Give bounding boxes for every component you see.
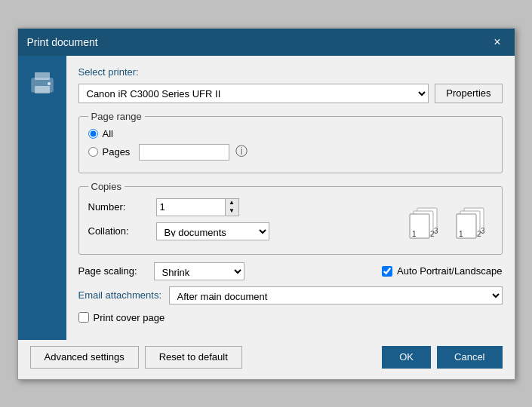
- all-radio-row: All: [88, 128, 493, 139]
- scaling-row: Page scaling: ShrinkNoneFitActual Size A…: [78, 262, 503, 280]
- print-dialog: Print document × Select printer:: [17, 28, 515, 380]
- sidebar: [18, 56, 66, 340]
- advanced-settings-button[interactable]: Advanced settings: [30, 346, 139, 369]
- pages-label: Pages: [103, 146, 131, 158]
- select-printer-label-row: Select printer:: [78, 66, 503, 78]
- info-icon: ⓘ: [235, 144, 248, 160]
- printer-select-wrapper: Canon iR C3000 Series UFR IIMicrosoft Pr…: [78, 84, 429, 103]
- svg-point-3: [48, 82, 51, 85]
- pages-radio-row: Pages ⓘ: [88, 144, 493, 161]
- svg-text:3: 3: [434, 227, 438, 235]
- spin-down-button[interactable]: ▼: [225, 207, 238, 216]
- uncollated-icon: 3 2 1: [454, 205, 493, 240]
- scaling-label: Page scaling:: [78, 265, 154, 277]
- collation-select[interactable]: By documentsBy pages: [156, 222, 269, 240]
- svg-rect-1: [35, 72, 50, 80]
- cover-row: Print cover page: [78, 312, 503, 323]
- printer-icon: [29, 69, 56, 102]
- dialog-body: Select printer: Canon iR C3000 Series UF…: [18, 56, 515, 340]
- email-row: Email attachments: After main documentBe…: [78, 286, 503, 304]
- printer-label: Select printer:: [78, 66, 139, 78]
- reset-to-default-button[interactable]: Reset to default: [145, 346, 242, 369]
- email-label: Email attachments:: [78, 289, 169, 301]
- collation-label: Collation:: [88, 225, 156, 237]
- dialog-title: Print document: [27, 36, 98, 48]
- svg-text:3: 3: [481, 227, 485, 235]
- spin-up-button[interactable]: ▲: [225, 199, 238, 207]
- auto-portrait-checkbox[interactable]: [382, 266, 392, 277]
- ok-button[interactable]: OK: [382, 346, 431, 369]
- page-range-group: Page range All Pages ⓘ: [78, 111, 503, 173]
- svg-text:2: 2: [477, 230, 481, 238]
- auto-portrait-label: Auto Portrait/Landscape: [397, 265, 502, 277]
- svg-text:1: 1: [412, 230, 417, 238]
- printer-row: Canon iR C3000 Series UFR IIMicrosoft Pr…: [78, 84, 503, 103]
- spin-buttons: ▲ ▼: [225, 199, 238, 216]
- page-range-legend: Page range: [88, 111, 145, 122]
- all-label: All: [103, 128, 113, 139]
- number-label: Number:: [88, 201, 156, 213]
- scaling-select[interactable]: ShrinkNoneFitActual Size: [154, 262, 244, 280]
- all-radio[interactable]: [88, 129, 98, 139]
- pages-input[interactable]: [139, 144, 229, 161]
- title-bar: Print document ×: [18, 29, 515, 56]
- number-input-wrapper: 1 ▲ ▼: [156, 198, 239, 216]
- copies-group: Copies Number: 1 ▲ ▼: [78, 181, 503, 255]
- main-content: Select printer: Canon iR C3000 Series UF…: [66, 56, 515, 340]
- button-row: Advanced settings Reset to default OK Ca…: [18, 340, 515, 379]
- svg-rect-2: [35, 86, 50, 93]
- cancel-button[interactable]: Cancel: [437, 346, 502, 369]
- properties-button[interactable]: Properties: [435, 84, 502, 103]
- printer-select[interactable]: Canon iR C3000 Series UFR IIMicrosoft Pr…: [78, 84, 429, 103]
- collation-icons: 3 2 1: [407, 205, 493, 240]
- pages-radio[interactable]: [88, 147, 98, 157]
- copies-legend: Copies: [88, 181, 125, 192]
- copies-number-row: Number: 1 ▲ ▼: [88, 198, 407, 216]
- svg-text:2: 2: [430, 230, 435, 238]
- auto-portrait-wrap: Auto Portrait/Landscape: [382, 265, 502, 277]
- collated-icon: 3 2 1: [407, 205, 446, 240]
- cover-page-label: Print cover page: [94, 312, 165, 323]
- email-select[interactable]: After main documentBefore main documentN…: [169, 286, 503, 304]
- cover-page-checkbox[interactable]: [78, 312, 89, 323]
- close-button[interactable]: ×: [489, 35, 505, 50]
- svg-text:1: 1: [459, 230, 463, 238]
- collation-row: Collation: By documentsBy pages: [88, 222, 407, 240]
